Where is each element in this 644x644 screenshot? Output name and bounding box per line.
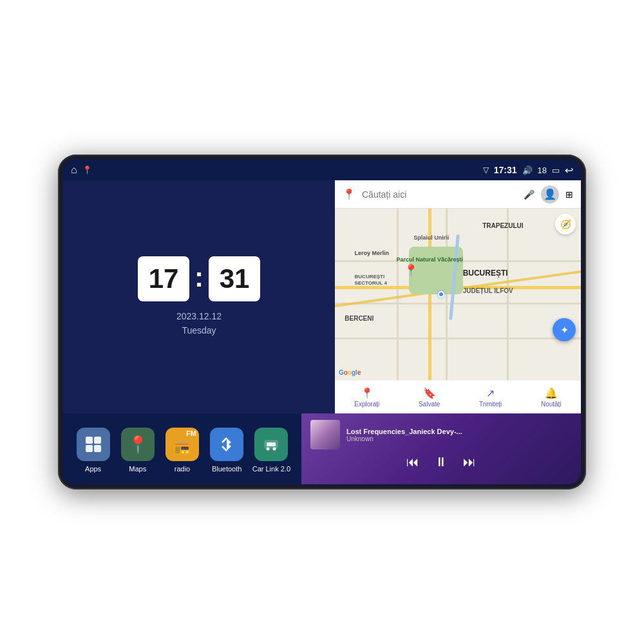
bottom-section: Apps 📍 Maps FM 📻 radio <box>63 413 581 484</box>
voice-search-icon[interactable]: 🎤 <box>524 189 535 200</box>
svg-rect-8 <box>267 442 276 446</box>
maps-icon-app: 📍 <box>121 428 155 461</box>
news-label: Noutăți <box>541 401 562 408</box>
svg-point-9 <box>267 448 270 451</box>
volume-level: 18 <box>538 166 547 175</box>
map-label-ilfov: JUDEȚUL ILFOV <box>463 287 513 294</box>
clock-minute: 31 <box>209 256 260 301</box>
music-thumbnail <box>310 420 340 450</box>
svg-line-6 <box>222 438 227 442</box>
music-title: Lost Frequencies_Janieck Devy-... <box>346 428 572 435</box>
app-item-radio[interactable]: FM 📻 radio <box>163 428 202 473</box>
apps-label: Apps <box>85 465 101 473</box>
explore-label: Explorați <box>354 401 379 408</box>
map-nav-explore[interactable]: 📍 Explorați <box>349 384 384 410</box>
bluetooth-label: Bluetooth <box>212 465 242 473</box>
status-right: ▽ 17:31 🔊 18 ▭ ↩ <box>483 164 573 176</box>
music-panel: Lost Frequencies_Janieck Devy-... Unknow… <box>301 413 581 484</box>
play-pause-button[interactable]: ⏸ <box>435 455 448 469</box>
map-pin-parc: 📍 <box>404 263 418 278</box>
map-panel: 📍 🎤 👤 ⊞ <box>335 180 581 413</box>
layers-icon[interactable]: ⊞ <box>565 189 573 200</box>
back-icon[interactable]: ↩ <box>565 164 573 176</box>
map-label-leroy: Leroy Merlin <box>355 250 390 256</box>
share-icon: ↗ <box>486 387 495 399</box>
navigate-btn[interactable]: ✦ <box>553 318 576 341</box>
svg-point-10 <box>273 448 276 451</box>
google-maps-icon: 📍 <box>343 188 355 200</box>
time-display: 17:31 <box>494 165 517 175</box>
map-label-sector4: BUCUREȘTISECTORUL 4 <box>355 274 387 287</box>
map-nav-saved[interactable]: 🔖 Salvate <box>413 384 445 410</box>
share-label: Trimiteți <box>479 401 502 408</box>
volume-icon: 🔊 <box>522 166 533 175</box>
svg-rect-1 <box>94 437 101 444</box>
radio-icon-app: FM 📻 <box>166 428 199 461</box>
clock-colon: : <box>194 262 204 293</box>
app-item-maps[interactable]: 📍 Maps <box>118 428 157 473</box>
clock-hour: 17 <box>138 256 189 301</box>
music-controls: ⏮ ⏸ ⏭ <box>310 455 572 469</box>
location-dot <box>438 291 444 298</box>
map-area[interactable]: TRAPEZULUI BUCUREȘTI JUDEȚUL ILFOV BERCE… <box>335 209 581 380</box>
map-label-berceni: BERCENI <box>345 315 374 322</box>
battery-icon: ▭ <box>552 166 560 175</box>
radio-label: radio <box>175 465 190 473</box>
device-screen: ⌂ 📍 ▽ 17:31 🔊 18 ▭ ↩ 17 : 31 <box>63 160 581 484</box>
music-info: Lost Frequencies_Janieck Devy-... Unknow… <box>310 420 572 450</box>
apps-row: Apps 📍 Maps FM 📻 radio <box>63 413 301 484</box>
account-icon[interactable]: 👤 <box>541 185 559 204</box>
status-left: ⌂ 📍 <box>71 164 92 176</box>
svg-line-5 <box>222 446 227 451</box>
map-nav-bar: 📍 Explorați 🔖 Salvate ↗ Trimiteți 🔔 Nout… <box>335 380 581 413</box>
clock-widget: 17 : 31 2023.12.12 Tuesday <box>63 180 335 413</box>
clock-display: 17 : 31 <box>138 256 260 301</box>
map-nav-share[interactable]: ↗ Trimiteți <box>474 384 507 410</box>
device-frame: ⌂ 📍 ▽ 17:31 🔊 18 ▭ ↩ 17 : 31 <box>58 155 586 489</box>
prev-button[interactable]: ⏮ <box>406 455 419 469</box>
svg-rect-3 <box>94 445 101 452</box>
apps-icon <box>77 428 110 461</box>
svg-rect-0 <box>86 437 93 444</box>
map-search-input[interactable] <box>362 189 517 200</box>
explore-icon: 📍 <box>361 387 374 399</box>
music-text: Lost Frequencies_Janieck Devy-... Unknow… <box>346 428 572 442</box>
map-nav-news[interactable]: 🔔 Noutăți <box>536 384 567 410</box>
google-logo: Google <box>339 369 361 376</box>
svg-rect-2 <box>86 445 93 452</box>
carlink-icon-app <box>254 428 288 461</box>
app-item-carlink[interactable]: Car Link 2.0 <box>252 428 290 473</box>
clock-date-text: 2023.12.12 <box>176 309 222 323</box>
news-icon: 🔔 <box>545 387 558 399</box>
app-item-bluetooth[interactable]: Bluetooth <box>207 428 246 473</box>
compass-btn[interactable]: 🧭 <box>555 214 576 234</box>
map-label-trapezului: TRAPEZULUI <box>482 222 523 229</box>
signal-icon: ▽ <box>483 166 489 175</box>
saved-label: Salvate <box>419 401 440 408</box>
maps-label: Maps <box>129 465 146 473</box>
app-item-apps[interactable]: Apps <box>74 428 113 473</box>
maps-nav-icon[interactable]: 📍 <box>82 166 92 175</box>
map-label-bucuresti: BUCUREȘTI <box>463 269 508 278</box>
map-label-splaiul: Splaiul Unirii <box>413 234 449 241</box>
music-artist: Unknown <box>346 435 572 442</box>
main-content: 17 : 31 2023.12.12 Tuesday 📍 🎤 👤 <box>63 180 581 413</box>
svg-marker-4 <box>227 438 231 451</box>
map-search-bar: 📍 🎤 👤 ⊞ <box>335 180 581 209</box>
home-icon[interactable]: ⌂ <box>71 164 77 176</box>
map-controls: 🧭 <box>555 214 576 234</box>
next-button[interactable]: ⏭ <box>463 455 476 469</box>
clock-date: 2023.12.12 Tuesday <box>176 309 222 338</box>
saved-icon: 🔖 <box>423 387 436 399</box>
bluetooth-icon-app <box>210 428 243 461</box>
map-label-parc: Parcul Natural Văcărești <box>397 256 464 263</box>
clock-day-text: Tuesday <box>176 323 222 337</box>
carlink-label: Car Link 2.0 <box>252 465 290 473</box>
status-bar: ⌂ 📍 ▽ 17:31 🔊 18 ▭ ↩ <box>63 160 581 180</box>
map-background: TRAPEZULUI BUCUREȘTI JUDEȚUL ILFOV BERCE… <box>335 209 581 380</box>
thumbnail-image <box>310 420 340 450</box>
